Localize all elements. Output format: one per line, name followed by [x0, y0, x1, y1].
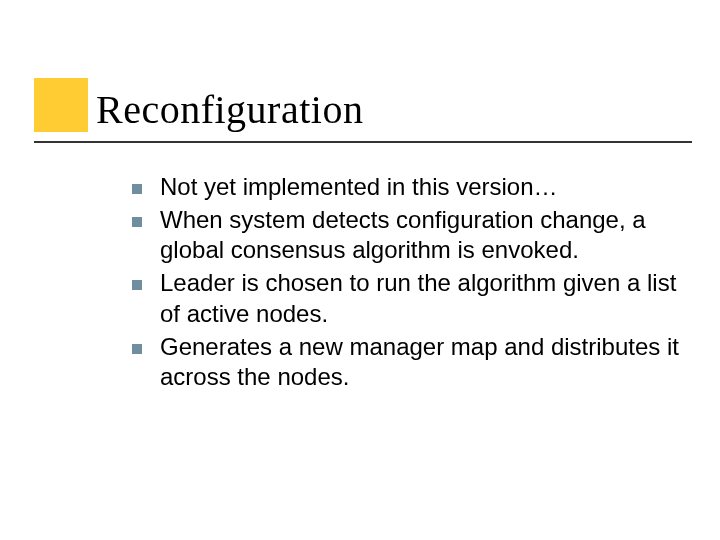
list-item: When system detects configuration change…	[132, 205, 684, 266]
list-item: Leader is chosen to run the algorithm gi…	[132, 268, 684, 329]
square-bullet-icon	[132, 184, 142, 194]
list-item: Generates a new manager map and distribu…	[132, 332, 684, 393]
slide-title-wrap: Reconfiguration	[96, 86, 680, 133]
slide-body: Not yet implemented in this version… Whe…	[132, 172, 684, 395]
bullet-text: When system detects configuration change…	[160, 205, 684, 266]
title-accent-square	[34, 78, 88, 132]
list-item: Not yet implemented in this version…	[132, 172, 684, 203]
slide-title: Reconfiguration	[96, 86, 680, 133]
bullet-text: Leader is chosen to run the algorithm gi…	[160, 268, 684, 329]
square-bullet-icon	[132, 344, 142, 354]
bullet-text: Generates a new manager map and distribu…	[160, 332, 684, 393]
title-underline	[34, 141, 692, 143]
square-bullet-icon	[132, 217, 142, 227]
bullet-text: Not yet implemented in this version…	[160, 172, 558, 203]
square-bullet-icon	[132, 280, 142, 290]
